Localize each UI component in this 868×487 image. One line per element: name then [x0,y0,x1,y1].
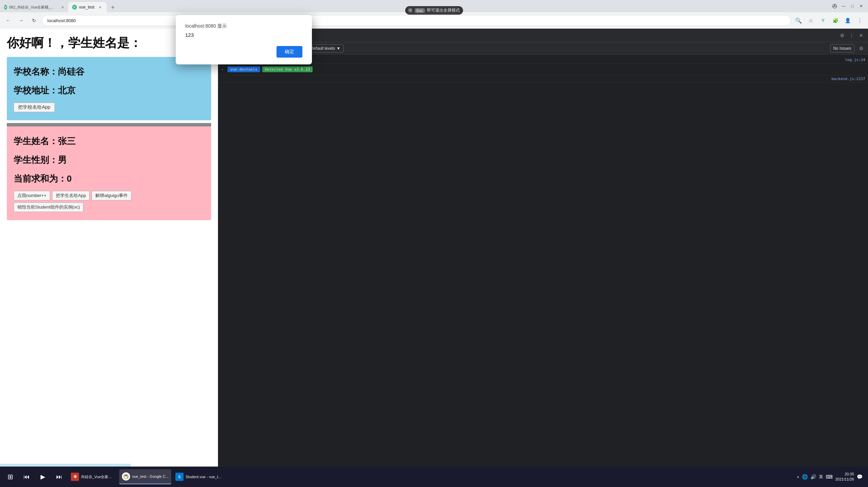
tab-1-icon: V [4,5,7,10]
log-levels-dropdown[interactable]: Default levels ▼ [307,44,344,52]
taskbar-notification-icon[interactable]: 💬 [857,474,863,480]
fullscreen-prefix: 按 [408,7,412,13]
student-buttons: 点我number++ 把学生名给App 解绑atguigu事件 销毁当前Stud… [14,191,204,212]
no-issues-text: No Issues [833,46,851,51]
svg-point-1 [834,5,835,7]
account-icon[interactable]: 👤 [842,15,853,26]
search-icon[interactable]: 🔍 [793,15,804,26]
taskbar-time-line1: 20:35 [835,472,854,477]
vuejs-devtools-icon[interactable]: V [818,15,828,26]
gray-separator [7,123,211,126]
vue-devtools-badge: vue-devtools Detected Vue v2.6.13 [227,66,313,72]
media-next-button[interactable]: ⏭ [52,469,67,484]
devtools-toolbar: Default levels ▼ No Issues ⚙ [218,42,868,55]
devtools-settings-button[interactable]: ⚙ [838,31,846,40]
close-button[interactable]: ✕ [857,2,865,10]
tab-2-close[interactable]: ✕ [98,5,102,10]
tab-2-icon: V [72,5,77,10]
taskbar-sys: ∧ 🌐 🔊 英 ⌨ 20:35 2021/11/26 💬 [794,472,865,482]
student-section: 学生姓名：张三 学生性别：男 当前求和为：0 点我number++ 把学生名给A… [7,126,211,220]
school-btn[interactable]: 把学校名给App [14,103,55,112]
console-line-1: al from WDS... log.js:24 [218,56,868,64]
alert-ok-button[interactable]: 确定 [277,46,302,58]
media-play-button[interactable]: ▶ [35,469,50,484]
taskbar-app-csdn-label: 尚硅谷_Vue全家桶.d... [81,474,115,480]
student-name: 学生姓名：张三 [14,135,204,148]
forward-button[interactable]: → [16,15,27,26]
devtools-content: al from WDS... log.js:24 › vue-devtools … [218,55,868,467]
expand-arrow[interactable]: › [221,67,223,72]
tab-2-label: vue_test [79,5,94,10]
increment-button[interactable]: 点我number++ [14,191,50,200]
bottom-scrollbar[interactable] [0,464,218,467]
minimize-button[interactable]: — [839,2,848,10]
school-name: 学校名称：尚硅谷 [14,65,204,78]
unbind-button[interactable]: 解绑atguigu事件 [92,191,131,200]
console-file-2[interactable]: backend.js:2237 [832,77,865,81]
tab-1-close[interactable]: ✕ [61,5,64,10]
address-icons: 🔍 ☆ V 🧩 👤 ⋮ [793,15,865,26]
taskbar-app-vscode[interactable]: S Student.vue - vue_t... [173,469,224,484]
main-area: 你好啊！，学生姓名是： 学校名称：尚硅谷 学校地址：北京 把学校名给App 学生… [0,29,868,467]
console-line-2: backend.js:2237 [218,75,868,83]
bookmark-icon[interactable]: ☆ [805,15,816,26]
console-file-1[interactable]: log.js:24 [845,58,865,62]
tab-2[interactable]: V vue_test ✕ [68,2,107,12]
fullscreen-suffix: 即可退出全屏模式 [427,7,460,13]
console-msg-1: al from WDS... [221,57,845,62]
page-content: 你好啊！，学生姓名是： 学校名称：尚硅谷 学校地址：北京 把学校名给App 学生… [0,29,218,467]
alert-buttons: 确定 [185,46,302,58]
address-input[interactable]: localhost:8080 [42,15,791,26]
taskbar-app-chrome-icon [122,472,130,481]
give-name-button[interactable]: 把学生名给App [52,191,90,200]
school-address: 学校地址：北京 [14,84,204,97]
address-text: localhost:8080 [47,18,76,23]
menu-icon[interactable]: ⋮ [854,15,865,26]
taskbar-app-vscode-icon: S [175,473,184,481]
levels-arrow: ▼ [336,46,341,51]
student-sum: 当前求和为：0 [14,172,204,185]
taskbar-app-csdn[interactable]: 博 尚硅谷_Vue全家桶.d... [68,469,118,484]
taskbar: ⊞ ⏮ ▶ ⏭ 博 尚硅谷_Vue全家桶.d... vue_test - Goo… [0,467,868,487]
console-line-vue: › vue-devtools Detected Vue v2.6.13 [218,64,868,75]
alert-site: localhost:8080 显示 [185,23,302,29]
alert-message: 123 [185,32,302,38]
taskbar-keyboard-icon: ⌨ [826,474,833,480]
tab-1[interactable]: V 082_尚硅谷_Vue全家桶_自制_组件_事件_组件 ✕ [0,2,68,12]
taskbar-network-icon: 🌐 [802,474,808,480]
school-section: 学校名称：尚硅谷 学校地址：北京 把学校名给App [7,57,211,120]
start-button[interactable]: ⊞ [3,469,18,484]
badge-vue: vue-devtools [227,66,260,72]
destroy-button[interactable]: 销毁当前Student组件的实例(vc) [14,202,83,212]
fullscreen-hint: 按 Esc 即可退出全屏模式 [405,6,463,15]
media-prev-button[interactable]: ⏮ [19,469,34,484]
console-settings-button[interactable]: ⚙ [857,44,865,52]
tab-1-label: 082_尚硅谷_Vue全家桶_自制_组件_事件_组件 [9,5,58,10]
add-tab-button[interactable]: + [108,3,117,12]
taskbar-app-chrome-label: vue_test - Google C... [132,474,169,478]
no-issues-badge: No Issues [830,44,854,52]
taskbar-volume-icon[interactable]: 🔊 [810,474,816,480]
levels-label: Default levels [311,46,335,51]
extensions-icon[interactable]: 🧩 [830,15,841,26]
taskbar-app-csdn-icon: 博 [71,473,79,481]
window-controls: — □ ✕ [831,2,868,10]
taskbar-app-chrome[interactable]: vue_test - Google C... [119,469,171,484]
devtools-menu-button[interactable]: ⋮ [848,31,856,40]
badge-detected: Detected Vue v2.6.13 [262,66,313,72]
taskbar-chevron[interactable]: ∧ [797,475,799,479]
devtools-panel: Sources Network » ⚙ ⋮ ✕ Default l [218,29,868,467]
devtools-header: Sources Network » ⚙ ⋮ ✕ [218,29,868,42]
taskbar-time: 20:35 2021/11/26 [835,472,854,482]
alert-dialog: localhost:8080 显示 123 确定 [176,15,312,64]
address-bar: ← → ↻ localhost:8080 🔍 ☆ V 🧩 👤 ⋮ [0,12,868,29]
devtools-close-button[interactable]: ✕ [857,31,865,40]
devtools-icons: ⚙ ⋮ ✕ [838,31,865,40]
taskbar-lang[interactable]: 英 [819,474,823,480]
chrome-icon [831,2,839,10]
esc-key: Esc [414,8,425,13]
back-button[interactable]: ← [3,15,14,26]
maximize-button[interactable]: □ [848,2,856,10]
refresh-button[interactable]: ↻ [29,15,40,26]
taskbar-time-line2: 2021/11/26 [835,477,854,482]
